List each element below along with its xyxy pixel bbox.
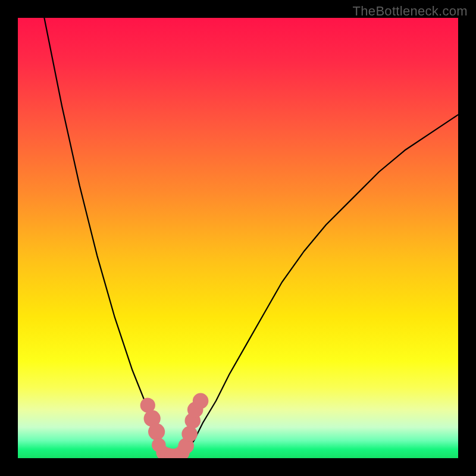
chart-frame: TheBottleneck.com [0,0,476,476]
curve-svg [18,18,458,458]
marker-dot [148,424,165,440]
marker-dots-group [140,393,209,459]
watermark-text: TheBottleneck.com [353,4,468,19]
right-curve-path [185,115,458,454]
plot-area [18,18,458,458]
left-curve-path [44,18,167,454]
marker-dot [181,426,198,442]
marker-dot [193,393,209,409]
